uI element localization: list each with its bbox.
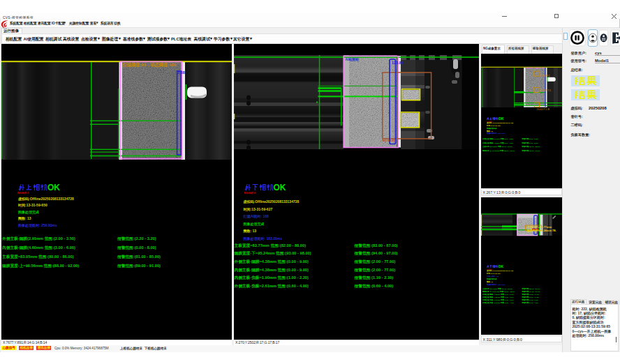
svg-text:灯熄阈值:93，动态阈值:100: 灯熄阈值:93，动态阈值:100 bbox=[122, 62, 177, 68]
svg-text:NG:0 0.25: NG:0 0.25 bbox=[383, 139, 395, 142]
svg-text:23.63 P;1 B: 23.63 P;1 B bbox=[536, 108, 549, 111]
svg-text:AI检测框: AI检测框 bbox=[345, 57, 358, 62]
svg-text:23.68 P;1: 23.68 P;1 bbox=[539, 75, 549, 77]
svg-text:23.68P T;1: 23.68P T;1 bbox=[539, 89, 551, 92]
svg-text:3.88: 3.88 bbox=[177, 70, 185, 75]
svg-text:123.80: 123.80 bbox=[392, 61, 404, 65]
